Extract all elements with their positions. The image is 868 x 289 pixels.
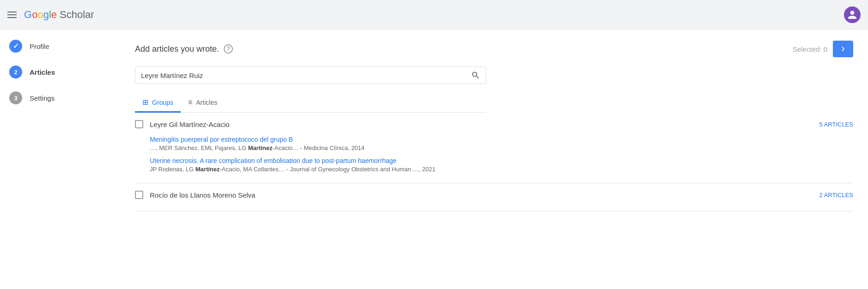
- next-button[interactable]: [833, 41, 853, 57]
- sidebar-label-articles: Articles: [30, 68, 55, 76]
- content-area: Add articles you wrote. ? Selected: 0: [120, 30, 868, 289]
- search-button[interactable]: [471, 71, 480, 80]
- tab-groups[interactable]: ⊞ Groups: [135, 93, 181, 113]
- help-icon[interactable]: ?: [224, 44, 233, 54]
- results-list: Leyre Gil Martínez-Acacio 5 ARTICLES Men…: [135, 113, 853, 211]
- group-count-1[interactable]: 2 ARTICLES: [819, 192, 853, 199]
- tab-groups-label: Groups: [152, 99, 173, 106]
- content-title: Add articles you wrote. ?: [135, 44, 233, 54]
- result-group-left-1: Rocío de los Llanos Moreno Selva: [135, 191, 255, 199]
- tab-articles[interactable]: ≡ Articles: [181, 93, 225, 113]
- result-group-left-0: Leyre Gil Martínez-Acacio: [135, 120, 230, 128]
- step-settings-number: 3: [14, 95, 17, 102]
- group-count-0[interactable]: 5 ARTICLES: [819, 121, 853, 128]
- step-profile-circle: ✓: [9, 40, 22, 53]
- main-container: ✓ Profile 2 Articles 3 Settings Add arti…: [0, 30, 868, 289]
- articles-icon: ≡: [188, 98, 192, 107]
- content-header: Add articles you wrote. ? Selected: 0: [135, 41, 853, 57]
- article-meta-0-1: JP Rodenas, LG Martínez-Acacio, MA Colla…: [150, 166, 853, 173]
- article-meta-bold-0-1: Martínez: [196, 166, 220, 173]
- sidebar-label-profile: Profile: [30, 42, 49, 50]
- group-checkbox-0[interactable]: [135, 120, 143, 128]
- tabs: ⊞ Groups ≡ Articles: [135, 93, 486, 113]
- article-title-0-0[interactable]: Meningitis puerperal por estreptococo de…: [150, 136, 853, 143]
- tab-articles-label: Articles: [196, 99, 217, 106]
- group-name-1: Rocío de los Llanos Moreno Selva: [150, 191, 255, 199]
- logo[interactable]: Google Scholar: [24, 9, 94, 21]
- step-settings-circle: 3: [9, 91, 22, 104]
- group-name-0: Leyre Gil Martínez-Acacio: [150, 120, 230, 128]
- step-articles-circle: 2: [9, 66, 22, 78]
- sidebar-item-settings[interactable]: 3 Settings: [0, 85, 120, 111]
- result-group-1: Rocío de los Llanos Moreno Selva 2 ARTIC…: [135, 183, 853, 211]
- sidebar-item-articles[interactable]: 2 Articles: [0, 59, 120, 85]
- groups-icon: ⊞: [142, 98, 148, 107]
- article-item-0-1: Uterine necrosis. A rare complication of…: [135, 154, 853, 175]
- header-left: Google Scholar: [7, 9, 94, 21]
- search-box: [135, 66, 486, 84]
- result-group-0: Leyre Gil Martínez-Acacio 5 ARTICLES Men…: [135, 113, 853, 183]
- result-group-header-1: Rocío de los Llanos Moreno Selva 2 ARTIC…: [135, 191, 853, 199]
- hamburger-icon[interactable]: [7, 12, 17, 18]
- article-item-0-0: Meningitis puerperal por estreptococo de…: [135, 133, 853, 154]
- sidebar-label-settings: Settings: [30, 94, 55, 102]
- selected-row: Selected: 0: [793, 41, 853, 57]
- selected-text: Selected: 0: [793, 45, 827, 53]
- article-meta-bold-0-0: Martínez: [248, 144, 273, 151]
- add-articles-title: Add articles you wrote.: [135, 44, 219, 54]
- header: Google Scholar: [0, 0, 868, 30]
- search-input[interactable]: [141, 72, 471, 79]
- article-title-0-1[interactable]: Uterine necrosis. A rare complication of…: [150, 157, 853, 164]
- sidebar: ✓ Profile 2 Articles 3 Settings: [0, 30, 120, 289]
- sidebar-item-profile[interactable]: ✓ Profile: [0, 33, 120, 59]
- step-articles-number: 2: [14, 69, 17, 76]
- check-icon: ✓: [13, 42, 19, 50]
- group-checkbox-1[interactable]: [135, 191, 143, 199]
- article-meta-0-0: …, MER Sánchez, EML Pajares, LG Martínez…: [150, 144, 853, 151]
- result-group-header-0: Leyre Gil Martínez-Acacio 5 ARTICLES: [135, 120, 853, 128]
- avatar[interactable]: [844, 6, 861, 23]
